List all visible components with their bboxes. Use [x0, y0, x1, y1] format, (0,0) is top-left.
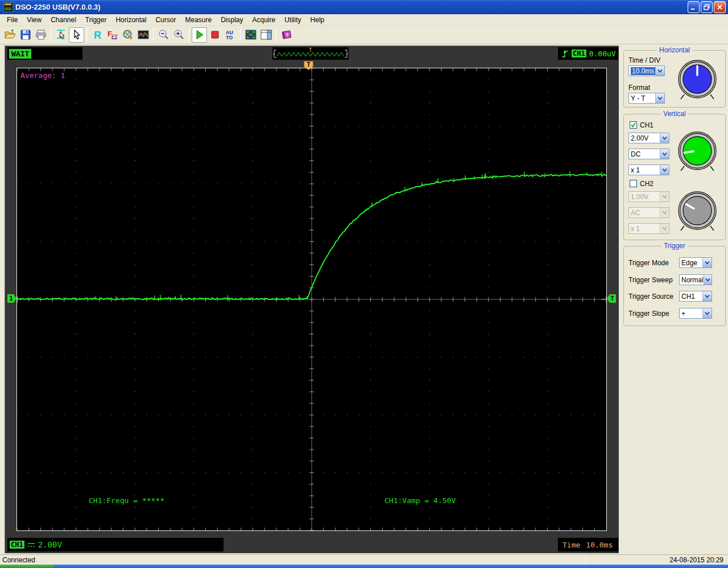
zoom-out-button[interactable]	[156, 27, 171, 43]
save-button[interactable]	[18, 27, 33, 43]
format-select[interactable]: Y - T	[628, 93, 665, 104]
fft-button[interactable]: FFT	[105, 27, 120, 43]
minimize-button[interactable]	[688, 1, 700, 13]
ch2-checkbox[interactable]	[630, 180, 637, 187]
vertical-group-title: Vertical	[661, 110, 688, 118]
chevron-down-icon[interactable]	[704, 275, 712, 285]
start-button-sliver[interactable]	[0, 565, 54, 568]
menu-item-trigger[interactable]: Trigger	[81, 15, 111, 25]
restore-button[interactable]	[701, 1, 713, 13]
chevron-down-icon[interactable]	[660, 133, 669, 143]
chevron-down-icon[interactable]	[655, 66, 664, 76]
ch2-volt-select: 1.00V	[628, 191, 669, 202]
toolbar: RFFTAUTO?	[0, 26, 728, 44]
animation-button[interactable]	[120, 27, 135, 43]
ch1-badge: CH1	[10, 541, 24, 549]
trigger-slope-select[interactable]: +	[679, 308, 712, 319]
menu-item-display[interactable]: Display	[216, 15, 247, 25]
waveform-display-button[interactable]	[135, 27, 151, 43]
time-label: Time	[562, 541, 580, 549]
menu-item-channel[interactable]: Channel	[46, 15, 81, 25]
stop-button[interactable]	[207, 27, 222, 43]
chevron-down-icon	[660, 224, 669, 233]
menu-item-utility[interactable]: Utility	[280, 15, 305, 25]
menu-bar: FileViewChannelTriggerHorizontalCursorMe…	[0, 14, 728, 26]
menu-item-acquire[interactable]: Acquire	[248, 15, 280, 25]
chevron-down-icon	[660, 192, 669, 201]
ch2-coupling-select: AC	[628, 207, 669, 218]
menu-item-horizontal[interactable]: Horizontal	[111, 15, 151, 25]
full-screen-button[interactable]	[243, 27, 258, 43]
svg-text:TO: TO	[226, 35, 233, 40]
horizontal-knob[interactable]	[677, 60, 717, 101]
close-icon	[717, 4, 723, 10]
waveform-preview[interactable]: T	[272, 47, 349, 60]
open-icon	[4, 28, 16, 41]
close-button[interactable]	[714, 1, 726, 13]
toolbar-separator	[189, 28, 189, 42]
svg-text:R: R	[94, 30, 101, 41]
menu-item-help[interactable]: Help	[306, 15, 329, 25]
trigger-mode-select[interactable]: Edge	[679, 257, 712, 268]
help-book-button[interactable]: ?	[279, 27, 294, 43]
chevron-down-icon[interactable]	[655, 93, 664, 103]
ch2-coupling-value: AC	[629, 209, 660, 217]
ch1-checkbox-label: CH1	[640, 121, 653, 129]
trigger-source-badge: CH1	[572, 50, 586, 57]
menu-item-cursor[interactable]: Cursor	[151, 15, 180, 25]
ch1-checkbox[interactable]	[630, 121, 637, 129]
ch2-vertical-knob[interactable]	[677, 191, 717, 232]
timebase-box: Time 10.0ms	[558, 538, 618, 551]
ch1-scale-box: CH1 2.00V	[7, 538, 224, 551]
time-div-select[interactable]: 10.0ms	[628, 65, 665, 76]
chevron-down-icon[interactable]	[660, 149, 669, 159]
time-div-value: 10.0ms	[631, 67, 655, 75]
menu-item-view[interactable]: View	[22, 15, 46, 25]
trigger-sweep-value: Normal	[680, 276, 704, 284]
ch1-probe-select[interactable]: x 1	[628, 164, 669, 175]
ch1-position-marker[interactable]: 1	[7, 294, 16, 303]
trigger-source-value: CH1	[680, 293, 702, 301]
toolbar-separator	[276, 28, 276, 42]
refresh-r-button[interactable]: R	[89, 27, 105, 43]
ch1-vertical-knob[interactable]	[677, 131, 717, 172]
ch1-volt-select[interactable]: 2.00V	[628, 133, 669, 143]
trigger-source-select[interactable]: CH1	[679, 291, 712, 302]
cursor-measure-icon	[55, 28, 68, 41]
trigger-slope-label: Trigger Slope	[628, 310, 669, 318]
menu-item-file[interactable]: File	[2, 15, 22, 25]
chevron-down-icon[interactable]	[660, 165, 669, 175]
full-screen-icon	[245, 28, 257, 41]
status-bar: Connected 24-08-2015 20:29	[0, 554, 728, 565]
print-button[interactable]	[33, 27, 48, 43]
refresh-r-icon: R	[91, 28, 104, 41]
print-icon	[35, 28, 47, 41]
chevron-down-icon[interactable]	[702, 291, 712, 301]
cursor-measure-button[interactable]	[53, 27, 69, 43]
knob-ch1-dial	[677, 131, 717, 172]
save-icon	[19, 28, 32, 41]
run-button[interactable]	[192, 27, 207, 43]
trigger-sweep-select[interactable]: Normal	[679, 274, 712, 285]
control-panel: Horizontal Time / DIV 10.0ms Format Y - …	[621, 46, 728, 553]
ch1-frequency-readout: CH1:Frequ = *****	[89, 496, 164, 505]
chevron-down-icon[interactable]	[702, 258, 712, 267]
window-layout-button[interactable]	[258, 27, 274, 43]
window-layout-icon	[260, 28, 272, 41]
pointer-button[interactable]	[69, 27, 84, 43]
scope-display[interactable]: T 1 T Average: 1 CH1:Frequ = ***** CH1:V…	[16, 68, 607, 531]
scope-panel: WAIT T CH1 0.00uV T 1 T Average: 1 CH1:F…	[5, 46, 619, 553]
ch1-coupling-select[interactable]: DC	[628, 149, 669, 159]
auto-set-button[interactable]: AUTO	[222, 27, 238, 43]
ch1-scale-readout: 2.00V	[38, 540, 62, 549]
menu-item-measure[interactable]: Measure	[180, 15, 216, 25]
trigger-source-label: Trigger Source	[628, 293, 673, 301]
trigger-mode-value: Edge	[680, 259, 702, 267]
chevron-down-icon[interactable]	[702, 308, 712, 318]
open-button[interactable]	[2, 27, 18, 43]
ch1-probe-value: x 1	[629, 166, 660, 174]
scope-graticule-and-trace	[17, 68, 606, 530]
zoom-in-button[interactable]	[171, 27, 187, 43]
trigger-level-marker[interactable]: T	[607, 294, 616, 303]
knob-h-dial	[677, 60, 717, 101]
